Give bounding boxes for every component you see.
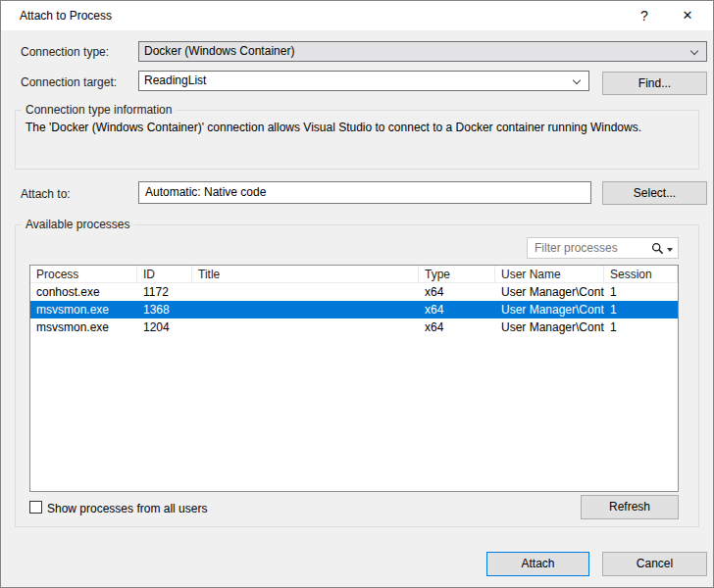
show-all-users-checkbox[interactable] [29,501,42,514]
cell-session: 1 [604,318,678,336]
cell-username: User Manager\Contai... [495,283,604,301]
connection-info-group-label: Connection type information [22,103,176,117]
cell-title [192,301,419,318]
cell-process: msvsmon.exe [30,301,137,318]
find-button[interactable]: Find... [602,72,707,95]
show-all-users-label: Show processes from all users [47,502,207,515]
cell-id: 1204 [137,318,192,336]
connection-type-combobox[interactable]: Docker (Windows Container) [138,41,707,62]
column-header-id[interactable]: ID [137,266,192,283]
connection-target-combobox[interactable]: ReadingList [138,71,589,91]
cell-type: x64 [419,318,495,336]
connection-info-groupbox: Connection type information The 'Docker … [15,110,699,170]
cell-id: 1172 [137,283,192,301]
table-row-selected[interactable]: msvsmon.exe 1368 x64 User Manager\Contai… [30,301,678,318]
cancel-button[interactable]: Cancel [602,552,707,576]
column-header-process[interactable]: Process [30,266,137,283]
attach-to-process-dialog: Attach to Process ? ✕ Connection type: D… [0,0,714,588]
chevron-down-icon [573,76,581,84]
process-list[interactable]: Process ID Title Type User Name Session … [29,265,679,492]
process-list-header: Process ID Title Type User Name Session [30,266,678,283]
dialog-title: Attach to Process [20,9,112,23]
column-header-type[interactable]: Type [419,266,495,283]
attach-to-value: Automatic: Native code [145,185,266,199]
table-row[interactable]: conhost.exe 1172 x64 User Manager\Contai… [30,283,678,301]
connection-target-value: ReadingList [144,74,206,87]
attach-to-label: Attach to: [21,187,71,201]
column-header-session[interactable]: Session [604,266,678,283]
available-processes-group-label: Available processes [22,218,134,231]
connection-target-label: Connection target: [21,75,117,89]
cell-username: User Manager\Contai... [495,301,604,318]
column-header-username[interactable]: User Name [495,266,604,283]
available-processes-groupbox: Available processes Filter processes Pro… [15,224,699,527]
cell-session: 1 [604,301,678,318]
filter-placeholder: Filter processes [535,241,618,255]
cell-process: msvsmon.exe [30,318,137,336]
cell-type: x64 [419,301,495,318]
connection-type-label: Connection type: [21,45,109,59]
search-icon[interactable] [651,242,664,255]
column-header-title[interactable]: Title [192,266,419,283]
chevron-down-icon[interactable] [667,248,673,252]
select-button[interactable]: Select... [602,181,707,205]
close-icon[interactable]: ✕ [668,1,707,30]
connection-type-value: Docker (Windows Container) [144,44,294,58]
help-icon[interactable]: ? [625,1,664,30]
connection-info-text: The 'Docker (Windows Container)' connect… [26,121,690,134]
cell-type: x64 [419,283,495,301]
cell-id: 1368 [137,301,192,318]
cell-session: 1 [604,283,678,301]
titlebar: Attach to Process ? ✕ [1,1,713,30]
attach-to-field[interactable]: Automatic: Native code [138,181,591,204]
cell-process: conhost.exe [30,283,137,301]
cell-username: User Manager\Contai... [495,318,604,336]
table-row[interactable]: msvsmon.exe 1204 x64 User Manager\Contai… [30,318,678,336]
cell-title [192,283,419,301]
refresh-button[interactable]: Refresh [581,495,679,519]
filter-processes-input[interactable]: Filter processes [527,237,679,259]
attach-button[interactable]: Attach [486,552,589,576]
chevron-down-icon [690,47,698,55]
cell-title [192,318,419,336]
